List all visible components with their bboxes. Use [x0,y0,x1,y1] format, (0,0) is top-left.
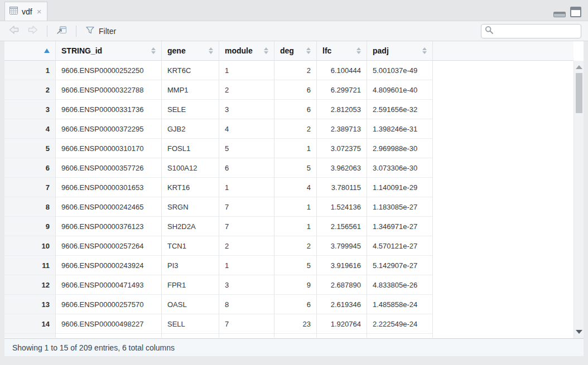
toolbar-separator [76,26,76,37]
window-controls [553,7,581,17]
table-row: 99606.ENSP00000376123SH2D2A712.1565611.3… [4,217,433,236]
cell-deg: 6 [274,100,317,119]
row-number-cell: 4 [4,119,56,139]
cell-lfc: 2.389713 [317,119,367,139]
cell-padj: 2.222549e-24 [367,314,433,334]
data-viewer-window: vdf × [0,0,588,365]
tab-close-icon[interactable]: × [36,7,43,16]
cell-gene: FPR1 [162,275,219,295]
maximize-pane-icon[interactable] [570,7,581,17]
row-number-column-header[interactable] [4,41,56,61]
cell-padj: 5.001037e-49 [367,61,433,80]
cell-STRING_id: 9606.ENSP00000301653 [56,178,162,197]
table-row: 69606.ENSP00000357726S100A12653.9620633.… [4,158,433,178]
cell-module: 3 [219,100,274,119]
column-header-deg[interactable]: deg [274,41,317,61]
open-in-new-window-button[interactable] [54,24,69,38]
column-header-module[interactable]: module [219,41,274,61]
cell-STRING_id: 9606.ENSP00000252250 [56,61,162,80]
cell-gene: KRT6C [162,61,219,80]
table-row: 79606.ENSP00000301653KRT16143.7801151.14… [4,178,433,197]
cell-lfc: 3.962063 [317,158,367,178]
cell-lfc: 6.299721 [317,80,367,100]
scroll-up-icon[interactable] [576,65,582,69]
vertical-scrollbar[interactable] [573,61,584,338]
search-input[interactable] [497,27,588,36]
cell-gene: SRGN [162,197,219,217]
sort-ascending-icon [44,48,50,53]
row-number-cell: 13 [4,295,56,314]
sort-arrows-icon [356,47,361,54]
cell-STRING_id: 9606.ENSP00000322788 [56,80,162,100]
row-number-cell: 11 [4,256,56,275]
cell-padj: 1.183085e-27 [367,197,433,217]
cell-lfc: 3.780115 [317,178,367,197]
scroll-down-icon[interactable] [576,330,582,334]
cell-module: 7 [219,197,274,217]
status-bar: Showing 1 to 15 of 209 entries, 6 total … [4,338,584,356]
cell-module: 7 [219,217,274,236]
table-row: 49606.ENSP00000372295GJB2422.3897131.398… [4,119,433,139]
row-number-cell: 7 [4,178,56,197]
cell-padj: 3.073306e-30 [367,158,433,178]
table-row: 89606.ENSP00000242465SRGN711.5241361.183… [4,197,433,217]
column-header-STRING_id[interactable]: STRING_id [56,41,162,61]
tab-title: vdf [22,7,32,16]
cell-padj: 1.485858e-24 [367,295,433,314]
cell-gene: GJB2 [162,119,219,139]
grid-area: STRING_idgenemoduledeglfcpadj 19606.ENSP… [4,41,573,338]
column-header-padj[interactable]: padj [367,41,433,61]
cell-module: 3 [219,275,274,295]
cell-padj: 1.140091e-29 [367,178,433,197]
back-arrow-icon [8,25,20,37]
cell-STRING_id: 9606.ENSP00000357726 [56,158,162,178]
cell-padj: 1.346971e-27 [367,217,433,236]
cell-module: 4 [219,119,274,139]
cell-lfc: 2.156561 [317,217,367,236]
sort-arrows-icon [151,47,156,54]
column-header-lfc[interactable]: lfc [317,41,367,61]
cell-lfc: 3.919616 [317,256,367,275]
data-grid-pane: STRING_idgenemoduledeglfcpadj 19606.ENSP… [4,41,584,338]
row-number-cell: 1 [4,61,56,80]
column-label: deg [280,46,294,55]
open-in-new-window-icon [56,25,68,37]
cell-STRING_id: 9606.ENSP00000372295 [56,119,162,139]
tab-vdf[interactable]: vdf × [4,2,47,21]
cell-padj: 4.809601e-40 [367,80,433,100]
viewer-toolbar: Filter [0,21,588,41]
cell-padj: 2.591656e-32 [367,100,433,119]
search-box[interactable] [481,24,581,38]
table-row: 139606.ENSP00000257570OASL862.6193461.48… [4,295,433,314]
cell-deg: 6 [274,295,317,314]
cell-padj: 4.833805e-26 [367,275,433,295]
sort-arrows-icon [306,47,311,54]
cell-module: 2 [219,236,274,256]
back-button[interactable] [7,24,21,38]
cell-padj: 2.969988e-30 [367,139,433,158]
row-number-cell: 2 [4,80,56,100]
column-label: STRING_id [61,46,102,55]
cell-lfc: 1.524136 [317,197,367,217]
row-number-cell: 9 [4,217,56,236]
cell-lfc: 2.687890 [317,275,367,295]
cell-STRING_id: 9606.ENSP00000257264 [56,236,162,256]
cell-module: 1 [219,61,274,80]
filter-button[interactable]: Filter [83,25,118,38]
cell-STRING_id: 9606.ENSP00000243924 [56,256,162,275]
cell-module: 2 [219,80,274,100]
cell-gene: OASL [162,295,219,314]
forward-button[interactable] [26,24,40,38]
table-row: 109606.ENSP00000257264TCN1223.7999454.57… [4,236,433,256]
cell-deg: 5 [274,256,317,275]
cell-deg: 9 [274,275,317,295]
scrollbar-thumb[interactable] [576,73,582,113]
minimize-pane-icon[interactable] [553,12,566,17]
row-number-cell: 14 [4,314,56,334]
cell-deg: 6 [274,80,317,100]
row-number-cell: 5 [4,139,56,158]
cell-deg: 4 [274,178,317,197]
table-header: STRING_idgenemoduledeglfcpadj [4,41,433,61]
cell-gene: KRT16 [162,178,219,197]
column-header-gene[interactable]: gene [162,41,219,61]
